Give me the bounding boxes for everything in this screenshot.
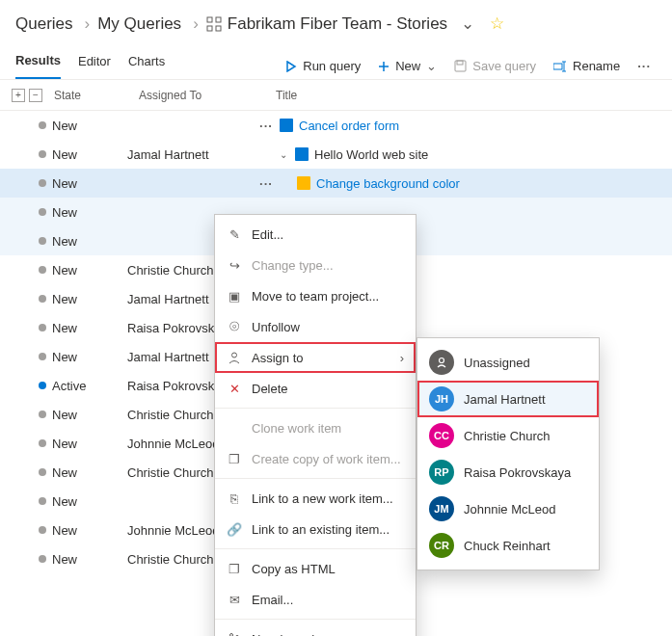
svg-point-7 <box>232 353 237 358</box>
state-cell: New <box>39 119 127 133</box>
svg-rect-1 <box>216 17 221 22</box>
tab-editor[interactable]: Editor <box>78 54 111 78</box>
menu-unfollow[interactable]: ⦾ Unfollow <box>215 311 416 342</box>
menu-delete-label: Delete <box>252 382 288 396</box>
table-row[interactable]: New···Change background color <box>0 169 672 198</box>
assign-unassigned[interactable]: Unassigned <box>417 344 599 381</box>
state-dot-icon <box>39 468 46 476</box>
chevron-right-icon: › <box>193 14 199 34</box>
query-icon <box>206 16 222 32</box>
avatar-icon: JH <box>429 386 454 411</box>
assign-raisa[interactable]: RP Raisa Pokrovskaya <box>417 454 599 490</box>
state-dot-icon <box>39 411 46 418</box>
menu-unfollow-label: Unfollow <box>252 320 300 334</box>
link-icon: 🔗 <box>227 521 242 537</box>
state-cell: New <box>39 147 127 162</box>
state-text: New <box>52 437 77 451</box>
assign-jamal[interactable]: JH Jamal Hartnett <box>417 381 599 417</box>
table-row[interactable]: NewJamal Hartnett⌄Hello World web site <box>0 140 672 169</box>
state-cell: New <box>39 176 127 191</box>
assign-christie[interactable]: CC Christie Church <box>417 417 599 454</box>
state-text: New <box>52 523 77 538</box>
state-cell: New <box>39 350 127 364</box>
expand-all-button[interactable]: + <box>12 89 25 102</box>
breadcrumb-mid[interactable]: My Queries <box>97 14 181 34</box>
menu-new-branch[interactable]: New branch... <box>215 623 416 636</box>
state-cell: New <box>39 552 127 567</box>
state-text: New <box>52 408 77 422</box>
avatar-icon: RP <box>429 460 454 485</box>
avatar-icon: JM <box>429 496 454 521</box>
assign-johnnie-label: Johnnie McLeod <box>464 502 555 517</box>
assign-johnnie[interactable]: JM Johnnie McLeod <box>417 490 599 527</box>
state-text: New <box>52 176 77 191</box>
state-text: New <box>52 465 77 480</box>
state-cell: New <box>39 205 127 220</box>
menu-link-existing[interactable]: 🔗 Link to an existing item... <box>215 514 416 544</box>
assign-chuck-label: Chuck Reinhart <box>464 539 551 553</box>
state-text: New <box>52 205 77 220</box>
collapse-all-button[interactable]: − <box>29 89 42 102</box>
menu-copy-html[interactable]: ❐ Copy as HTML <box>215 553 416 584</box>
plus-icon <box>378 61 390 72</box>
tab-results[interactable]: Results <box>15 53 61 79</box>
rename-icon <box>553 61 567 72</box>
save-icon <box>454 60 467 72</box>
state-dot-icon <box>39 555 46 563</box>
table-row[interactable]: New···Cancel order form <box>0 111 672 140</box>
more-actions-button[interactable]: ··· <box>632 59 657 73</box>
svg-rect-2 <box>207 26 212 31</box>
col-title[interactable]: Title <box>264 89 672 102</box>
work-item-title[interactable]: Cancel order form <box>299 119 399 133</box>
branch-icon <box>227 631 242 636</box>
title-cell: ⌄Hello World web site <box>280 147 672 162</box>
breadcrumb-root[interactable]: Queries <box>15 14 73 34</box>
menu-delete[interactable]: ✕ Delete <box>215 373 416 404</box>
chevron-down-icon[interactable]: ⌄ <box>280 149 287 160</box>
assign-chuck[interactable]: CR Chuck Reinhart <box>417 527 599 564</box>
col-state[interactable]: State <box>54 89 139 102</box>
copy-icon: ❐ <box>227 451 242 466</box>
row-actions-button[interactable]: ··· <box>253 119 280 133</box>
tab-charts[interactable]: Charts <box>128 54 165 78</box>
assign-raisa-label: Raisa Pokrovskaya <box>464 465 571 480</box>
play-icon <box>285 61 297 72</box>
menu-assign-to-label: Assign to <box>252 351 303 365</box>
menu-assign-to[interactable]: Assign to › <box>215 342 416 373</box>
state-dot-icon <box>39 353 46 360</box>
new-button[interactable]: New ⌄ <box>372 55 443 77</box>
menu-clone: Clone work item <box>215 412 416 443</box>
state-text: New <box>52 119 77 133</box>
work-item-title[interactable]: Change background color <box>316 176 460 191</box>
breadcrumb: Queries › My Queries › Fabrikam Fiber Te… <box>0 0 672 43</box>
col-assigned[interactable]: Assigned To <box>139 89 264 102</box>
pencil-icon: ✎ <box>227 226 242 242</box>
avatar-icon: CC <box>429 423 454 448</box>
title-cell: Change background color <box>280 176 672 191</box>
menu-separator <box>215 408 416 409</box>
menu-link-new[interactable]: ⎘ Link to a new work item... <box>215 483 416 514</box>
rename-button[interactable]: Rename <box>548 55 626 77</box>
menu-separator <box>215 548 416 549</box>
menu-edit[interactable]: ✎ Edit... <box>215 219 416 250</box>
unfollow-icon: ⦾ <box>227 319 242 334</box>
svg-rect-6 <box>553 64 562 69</box>
row-actions-button[interactable]: ··· <box>253 176 280 191</box>
svg-rect-3 <box>216 26 221 31</box>
menu-change-type: ↪ Change type... <box>215 250 416 280</box>
chevron-down-icon[interactable]: ⌄ <box>461 13 474 34</box>
save-query-button: Save query <box>448 55 542 77</box>
delete-icon: ✕ <box>227 381 242 396</box>
assign-christie-label: Christie Church <box>464 429 551 443</box>
state-cell: Active <box>39 379 127 393</box>
menu-email[interactable]: ✉ Email... <box>215 584 416 615</box>
run-query-button[interactable]: Run query <box>280 55 366 77</box>
favorite-star-icon[interactable]: ☆ <box>490 13 504 34</box>
state-text: New <box>52 147 77 162</box>
state-dot-icon <box>39 208 46 216</box>
menu-clone-label: Clone work item <box>252 421 341 436</box>
menu-move[interactable]: ▣ Move to team project... <box>215 280 416 311</box>
breadcrumb-leaf[interactable]: Fabrikam Fiber Team - Stories <box>228 14 447 34</box>
menu-change-type-label: Change type... <box>252 258 334 273</box>
state-cell: New <box>39 465 127 480</box>
